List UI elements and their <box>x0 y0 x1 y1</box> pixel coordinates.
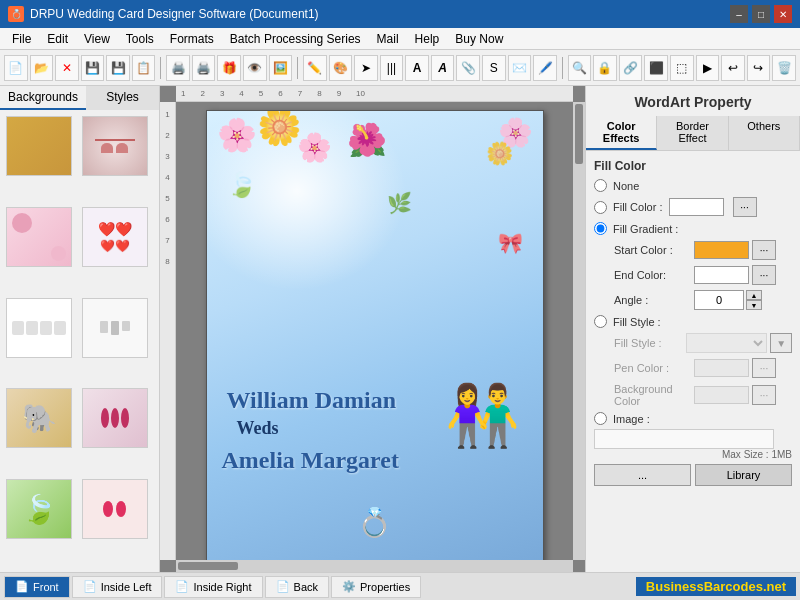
tb-saveas[interactable]: 📋 <box>132 55 156 81</box>
tb-more[interactable]: ▶ <box>696 55 720 81</box>
library-button[interactable]: Library <box>695 464 792 486</box>
fill-color-swatch[interactable] <box>669 198 724 216</box>
tb-close[interactable]: ✕ <box>55 55 79 81</box>
ruler-left: 1 2 3 4 5 6 7 8 <box>160 102 176 560</box>
angle-up[interactable]: ▲ <box>746 290 762 300</box>
tab-backgrounds[interactable]: Backgrounds <box>0 86 86 110</box>
image-path-input[interactable] <box>594 429 774 449</box>
tab-others[interactable]: Others <box>729 116 800 150</box>
menu-tools[interactable]: Tools <box>118 30 162 48</box>
bg-item-8[interactable] <box>82 388 148 448</box>
canvas-viewport[interactable]: 🌸 🌼 🌸 🌺 🍃 🌿 🌸 🌼 🎀 👫 💍 <box>176 102 573 560</box>
title-bar: 💍 DRPU Wedding Card Designer Software (D… <box>0 0 800 28</box>
scrollbar-vertical[interactable] <box>573 102 585 560</box>
menu-view[interactable]: View <box>76 30 118 48</box>
menu-formats[interactable]: Formats <box>162 30 222 48</box>
tb-pencil[interactable]: ✏️ <box>303 55 327 81</box>
tb-brush[interactable]: 🎨 <box>329 55 353 81</box>
tb-clip[interactable]: 📎 <box>456 55 480 81</box>
sidebar-tab-bar: Backgrounds Styles <box>0 86 159 110</box>
maximize-button[interactable]: □ <box>752 5 770 23</box>
tb-layers[interactable]: ⬛ <box>644 55 668 81</box>
tb-preview[interactable]: 👁️ <box>243 55 267 81</box>
start-color-btn[interactable]: ··· <box>752 240 776 260</box>
tab-inside-right[interactable]: 📄 Inside Right <box>164 576 262 598</box>
tb-new[interactable]: 📄 <box>4 55 28 81</box>
end-color-btn[interactable]: ··· <box>752 265 776 285</box>
sidebar: Backgrounds Styles ❤️❤️ ❤️❤️ <box>0 86 160 572</box>
tb-lock[interactable]: 🔒 <box>593 55 617 81</box>
tb-zoom[interactable]: 🔍 <box>568 55 592 81</box>
bg-item-5[interactable] <box>6 298 72 358</box>
tb-redo[interactable]: ↪ <box>747 55 771 81</box>
scrollbar-horizontal[interactable] <box>176 560 573 572</box>
tab-border-effect[interactable]: Border Effect <box>657 116 728 150</box>
radio-fill-gradient[interactable] <box>594 222 607 235</box>
bg-item-3[interactable] <box>6 207 72 267</box>
tb-print[interactable]: 🖨️ <box>166 55 190 81</box>
menu-edit[interactable]: Edit <box>39 30 76 48</box>
inside-left-icon: 📄 <box>83 580 97 593</box>
close-button[interactable]: ✕ <box>774 5 792 23</box>
bg-color-swatch[interactable] <box>694 386 749 404</box>
tab-inside-left[interactable]: 📄 Inside Left <box>72 576 163 598</box>
tab-properties[interactable]: ⚙️ Properties <box>331 576 421 598</box>
tb-img[interactable]: 🖼️ <box>269 55 293 81</box>
radio-fill-style[interactable] <box>594 315 607 328</box>
radio-none[interactable] <box>594 179 607 192</box>
bg-item-2[interactable] <box>82 116 148 176</box>
tb-barcode[interactable]: ||| <box>380 55 404 81</box>
app-icon: 💍 <box>8 6 24 22</box>
bg-item-7[interactable]: 🐘 <box>6 388 72 448</box>
tb-shapes[interactable]: S <box>482 55 506 81</box>
tb-connect[interactable]: 🔗 <box>619 55 643 81</box>
angle-input[interactable]: 0 <box>694 290 744 310</box>
radio-fill-color-row: Fill Color : ··· <box>594 197 792 217</box>
angle-down[interactable]: ▼ <box>746 300 762 310</box>
menu-file[interactable]: File <box>4 30 39 48</box>
text-amelia-container: Amelia Margaret <box>222 447 443 474</box>
dots-button[interactable]: ... <box>594 464 691 486</box>
minimize-button[interactable]: – <box>730 5 748 23</box>
bg-color-btn[interactable]: ··· <box>752 385 776 405</box>
tb-save[interactable]: 💾 <box>81 55 105 81</box>
tab-color-effects[interactable]: Color Effects <box>586 116 657 150</box>
tb-text[interactable]: A <box>405 55 429 81</box>
tb-pen[interactable]: 🖊️ <box>533 55 557 81</box>
bg-item-9[interactable]: 🍃 <box>6 479 72 539</box>
tab-front[interactable]: 📄 Front <box>4 576 70 598</box>
tb-arrow[interactable]: ➤ <box>354 55 378 81</box>
ruler-top: 1 2 3 4 5 6 7 8 9 10 <box>176 86 573 102</box>
tb-print2[interactable]: 🖨️ <box>192 55 216 81</box>
end-color-swatch[interactable] <box>694 266 749 284</box>
tb-mail[interactable]: ✉️ <box>508 55 532 81</box>
tab-back[interactable]: 📄 Back <box>265 576 329 598</box>
bg-item-4[interactable]: ❤️❤️ ❤️❤️ <box>82 207 148 267</box>
bg-item-1[interactable] <box>6 116 72 176</box>
tab-styles[interactable]: Styles <box>86 86 159 110</box>
tb-grid[interactable]: ⬚ <box>670 55 694 81</box>
start-color-swatch[interactable] <box>694 241 749 259</box>
fill-style-btn: ▼ <box>770 333 792 353</box>
tb-delete[interactable]: 🗑️ <box>772 55 796 81</box>
image-section: Image : Max Size : 1MB ... Library <box>594 412 792 486</box>
fill-style-select[interactable] <box>686 333 767 353</box>
menu-batch[interactable]: Batch Processing Series <box>222 30 369 48</box>
radio-image[interactable] <box>594 412 607 425</box>
pen-color-swatch[interactable] <box>694 359 749 377</box>
tb-wordart[interactable]: A <box>431 55 455 81</box>
tb-save2[interactable]: 💾 <box>106 55 130 81</box>
bg-item-10[interactable] <box>82 479 148 539</box>
menu-help[interactable]: Help <box>407 30 448 48</box>
menu-mail[interactable]: Mail <box>369 30 407 48</box>
floral-decor-4: 🌺 <box>347 121 387 159</box>
radio-fill-color[interactable] <box>594 201 607 214</box>
floral-decor-1: 🌸 <box>217 116 257 154</box>
pen-color-btn[interactable]: ··· <box>752 358 776 378</box>
bg-item-6[interactable] <box>82 298 148 358</box>
menu-buynow[interactable]: Buy Now <box>447 30 511 48</box>
tb-gift[interactable]: 🎁 <box>217 55 241 81</box>
fill-color-btn[interactable]: ··· <box>733 197 757 217</box>
tb-open[interactable]: 📂 <box>30 55 54 81</box>
tb-undo[interactable]: ↩ <box>721 55 745 81</box>
